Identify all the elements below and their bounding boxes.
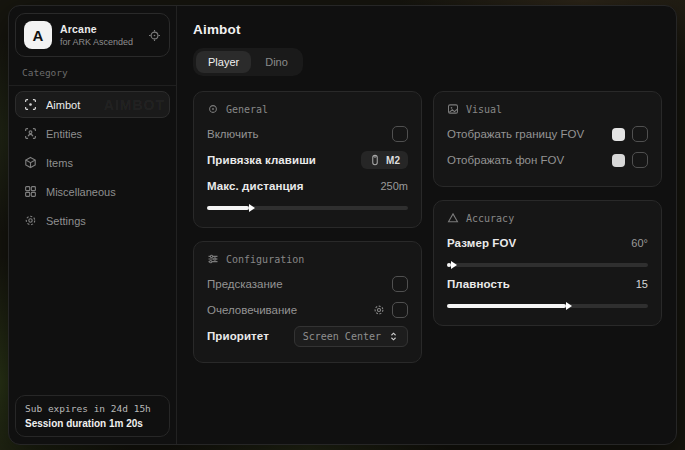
brand-text: Arcane for ARK Ascended <box>60 23 140 47</box>
fov-border-color-swatch[interactable] <box>612 128 625 141</box>
keybind-row: Привязка клавиши M2 <box>207 147 408 173</box>
enable-label: Включить <box>207 128 259 140</box>
enable-checkbox[interactable] <box>392 126 408 142</box>
image-icon <box>447 103 459 115</box>
priority-row: Приоритет Screen Center <box>207 323 408 349</box>
sidebar-item-label: Entities <box>46 128 82 140</box>
sliders-icon <box>207 253 219 265</box>
slider-handle[interactable] <box>566 302 572 310</box>
grid-icon <box>24 185 37 198</box>
gear-icon <box>24 214 37 227</box>
accuracy-card-header: Accuracy <box>447 212 648 224</box>
sidebar-item-settings[interactable]: Settings <box>15 207 170 234</box>
unfold-icon <box>388 331 399 342</box>
sidebar-item-entities[interactable]: Entities <box>15 120 170 147</box>
page-title: Aimbot <box>193 22 662 37</box>
visual-card-header: Visual <box>447 103 648 115</box>
sidebar-item-label: Miscellaneous <box>46 186 116 198</box>
fov-size-row: Размер FOV 60° <box>447 230 648 256</box>
card-title: Configuration <box>226 254 304 265</box>
entity-scan-icon <box>24 127 37 140</box>
accuracy-card: Accuracy Размер FOV 60° Плавность 15 <box>433 200 662 326</box>
fov-bg-checkbox[interactable] <box>632 152 648 168</box>
sidebar-item-items[interactable]: Items <box>15 149 170 176</box>
smoothness-slider[interactable] <box>447 304 648 308</box>
humanization-row: Очеловечивание <box>207 297 408 323</box>
category-label: Category <box>9 57 176 86</box>
fov-bg-color-swatch[interactable] <box>612 154 625 167</box>
target-icon[interactable] <box>148 29 161 42</box>
sidebar: A Arcane for ARK Ascended Category <box>9 6 177 444</box>
slider-handle[interactable] <box>249 204 255 212</box>
keybind-value: M2 <box>386 155 400 166</box>
configuration-card: Configuration Предсказание Очеловечивани… <box>193 241 422 363</box>
general-card-header: General <box>207 103 408 115</box>
visual-card: Visual Отображать границу FOV Отображать… <box>433 91 662 187</box>
smoothness-label: Плавность <box>447 278 510 290</box>
priority-label: Приоритет <box>207 330 269 342</box>
slider-handle[interactable] <box>451 261 457 269</box>
sidebar-item-label: Settings <box>46 215 86 227</box>
fov-border-label: Отображать границу FOV <box>447 128 584 140</box>
fov-border-checkbox[interactable] <box>632 126 648 142</box>
humanization-checkbox[interactable] <box>392 302 408 318</box>
card-title: Visual <box>466 104 502 115</box>
brand-title: Arcane <box>60 23 140 35</box>
max-distance-label: Макс. дистанция <box>207 180 304 192</box>
sidebar-item-miscellaneous[interactable]: Miscellaneous <box>15 178 170 205</box>
session-card: Sub expires in 24d 15h Session duration … <box>15 395 170 437</box>
box-icon <box>24 156 37 169</box>
card-title: General <box>226 104 268 115</box>
brand-card: A Arcane for ARK Ascended <box>15 13 170 57</box>
fov-border-row: Отображать границу FOV <box>447 121 648 147</box>
sidebar-item-label: Aimbot <box>46 99 80 111</box>
gear-icon[interactable] <box>373 304 385 316</box>
configuration-card-header: Configuration <box>207 253 408 265</box>
humanization-label: Очеловечивание <box>207 304 297 316</box>
brand-subtitle: for ARK Ascended <box>60 37 140 47</box>
priority-dropdown[interactable]: Screen Center <box>294 326 408 347</box>
tab-dino[interactable]: Dino <box>253 51 300 73</box>
max-distance-slider[interactable] <box>207 206 408 210</box>
keybind-button[interactable]: M2 <box>361 151 408 169</box>
smoothness-value: 15 <box>636 278 648 290</box>
fov-size-slider[interactable] <box>447 263 648 267</box>
cheat-menu-window: A Arcane for ARK Ascended Category <box>8 5 677 445</box>
sidebar-nav: Aimbot AIMBOT Entities Items <box>9 86 176 239</box>
fov-bg-row: Отображать фон FOV <box>447 147 648 173</box>
fov-bg-label: Отображать фон FOV <box>447 154 564 166</box>
tab-player[interactable]: Player <box>196 51 251 73</box>
brand-logo: A <box>24 21 52 49</box>
keybind-label: Привязка клавиши <box>207 154 316 166</box>
target-icon <box>207 103 219 115</box>
card-title: Accuracy <box>466 213 514 224</box>
sub-expires-text: Sub expires in 24d 15h <box>25 403 160 414</box>
max-distance-value: 250m <box>380 180 408 192</box>
smoothness-row: Плавность 15 <box>447 271 648 297</box>
prediction-row: Предсказание <box>207 271 408 297</box>
aimbot-watermark: AIMBOT <box>104 97 165 113</box>
prediction-checkbox[interactable] <box>392 276 408 292</box>
priority-selected-value: Screen Center <box>303 331 381 342</box>
general-card: General Включить Привязка клавиши <box>193 91 422 228</box>
right-column: Visual Отображать границу FOV Отображать… <box>433 91 662 326</box>
tab-bar: Player Dino <box>193 48 303 76</box>
main-content: Aimbot Player Dino General <box>177 6 677 444</box>
card-grid: General Включить Привязка клавиши <box>193 91 662 363</box>
mouse-icon <box>369 154 381 166</box>
fov-size-value: 60° <box>631 237 648 249</box>
sidebar-item-label: Items <box>46 157 73 169</box>
left-column: General Включить Привязка клавиши <box>193 91 422 363</box>
session-duration-text: Session duration 1m 20s <box>25 418 160 429</box>
crosshair-icon <box>24 98 37 111</box>
max-distance-row: Макс. дистанция 250m <box>207 173 408 199</box>
fov-size-label: Размер FOV <box>447 237 516 249</box>
triangle-icon <box>447 212 459 224</box>
enable-row: Включить <box>207 121 408 147</box>
prediction-label: Предсказание <box>207 278 283 290</box>
sidebar-item-aimbot[interactable]: Aimbot AIMBOT <box>15 91 170 118</box>
